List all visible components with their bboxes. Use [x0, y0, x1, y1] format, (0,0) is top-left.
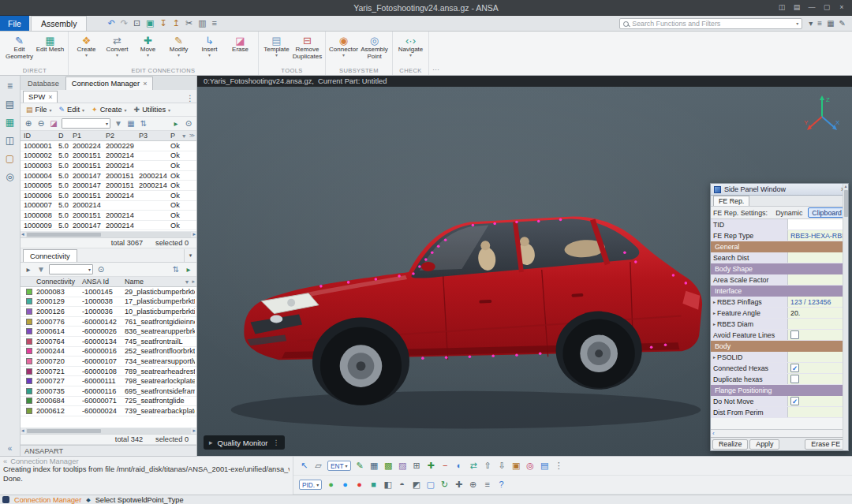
- field-value-search-dist[interactable]: [787, 252, 843, 263]
- connection-row[interactable]: 10000025.020001512000214Ok: [21, 151, 196, 162]
- tab-spw[interactable]: SPW ×: [23, 91, 58, 103]
- swap-icon[interactable]: ⇄: [469, 461, 479, 470]
- more-columns-icon[interactable]: ≫: [189, 133, 195, 139]
- expand-icon[interactable]: ▸: [713, 299, 716, 304]
- move-down-icon[interactable]: ⇩: [497, 461, 507, 470]
- menu-create[interactable]: ✦Create▾: [88, 106, 129, 114]
- connection-row[interactable]: 10000085.020001512000214Ok: [21, 211, 196, 221]
- expand-icon[interactable]: ▸: [192, 278, 195, 285]
- connection-row[interactable]: 10000095.020001472000214Ok: [21, 221, 196, 231]
- search-input[interactable]: [632, 20, 793, 28]
- checkbox-do-not-move[interactable]: ✓: [790, 397, 799, 405]
- column-header-p2[interactable]: P2: [104, 132, 137, 140]
- layers-icon[interactable]: ▤: [540, 461, 550, 470]
- erase-icon[interactable]: ◪: [49, 120, 58, 128]
- column-header-id[interactable]: ID: [22, 132, 57, 140]
- field-value-avoid-feature-lines[interactable]: [787, 330, 843, 340]
- tab-assembly[interactable]: Assembly: [31, 16, 88, 31]
- checkbox-connected-hexas[interactable]: ✓: [790, 364, 799, 372]
- zoom-out-icon[interactable]: ⊖: [36, 120, 46, 128]
- ribbon-button-template[interactable]: ▤Template▾: [261, 32, 292, 66]
- connectivity-row[interactable]: 2000083-100014529_plasticbumperbrktcen.: [21, 287, 196, 297]
- move-up-icon[interactable]: ⇧: [483, 461, 493, 470]
- scroll-thumb[interactable]: [27, 429, 101, 433]
- scroll-left-icon[interactable]: ◂: [21, 427, 24, 434]
- scroll-right-icon[interactable]: ▸: [192, 231, 196, 237]
- sort-icon[interactable]: ⇅: [139, 120, 148, 128]
- mode-clipboard[interactable]: Clipboard: [808, 207, 846, 218]
- cut-icon[interactable]: ✂: [185, 19, 192, 28]
- connectivity-row[interactable]: 2000721-60000108789_seatrearheadrestbrkt: [21, 367, 196, 377]
- menu-utilities[interactable]: ✚Utilities▾: [131, 106, 174, 114]
- column-header-name[interactable]: Name: [123, 278, 182, 286]
- connectivity-row[interactable]: 2000126-100003610_plasticbumperbrktinn: [21, 307, 196, 317]
- pan-view-icon[interactable]: ✚: [454, 480, 464, 489]
- view-left-icon[interactable]: ◧: [383, 480, 393, 489]
- connectivity-row[interactable]: 2000764-60000134745_seatfrontrailL: [21, 337, 196, 347]
- undo-icon[interactable]: ↶: [107, 19, 114, 28]
- apply-button[interactable]: Apply: [749, 439, 779, 450]
- connection-row[interactable]: 10000055.0200014720001512000214Ok: [21, 181, 196, 191]
- field-value-duplicate-hexas[interactable]: [787, 374, 843, 384]
- connectivity-row[interactable]: 2000684-60000071725_seatfrontglide: [21, 397, 196, 407]
- run-icon[interactable]: ▸: [171, 120, 181, 128]
- display-icon[interactable]: ◫: [778, 4, 786, 11]
- car-model-3d[interactable]: [204, 104, 716, 440]
- field-value-connected-hexas[interactable]: ✓: [787, 363, 843, 373]
- panel-tab-connection-manager[interactable]: Connection Manager×: [65, 77, 154, 90]
- red-mode-icon[interactable]: ●: [354, 480, 364, 489]
- subtract-entities-icon[interactable]: −: [440, 461, 450, 470]
- database-browser-icon[interactable]: ▤: [6, 99, 14, 109]
- tab-file[interactable]: File: [0, 16, 29, 31]
- checkbox-avoid-feature-lines[interactable]: [790, 330, 799, 339]
- connectivity-row[interactable]: 2000776-60000142761_seatfrontgidieinnerR: [21, 317, 196, 327]
- function-search[interactable]: ▾: [619, 18, 802, 29]
- filter-icon[interactable]: ▼: [36, 266, 46, 274]
- connection-row[interactable]: 10000065.020001512000214Ok: [21, 191, 196, 201]
- tab-connectivity[interactable]: Connectivity: [23, 249, 77, 262]
- connection-type-select[interactable]: ▾: [62, 118, 110, 129]
- menu-file[interactable]: ▤File▾: [23, 106, 55, 114]
- connectivity-row[interactable]: 2000727-60000111798_seatrearlockplate2: [21, 376, 196, 386]
- ribbon-button-edit-geometry[interactable]: ✎Edit Geometry: [4, 32, 35, 66]
- field-value-fe-rep-type[interactable]: RBE3-HEXA-RBE3▾: [787, 230, 843, 241]
- viewport-canvas[interactable]: Z Y X ▸ Quality Monitor ⋮: [197, 87, 852, 456]
- scroll-thumb[interactable]: [844, 190, 848, 217]
- connectivity-row[interactable]: 2000129-100003817_plasticbumperbrktR: [21, 297, 196, 308]
- scroll-thumb[interactable]: [27, 233, 101, 237]
- rotate-view-icon[interactable]: ↻: [439, 480, 450, 489]
- select-cursor-icon[interactable]: ↖: [299, 461, 309, 470]
- ribbon-button-navigate[interactable]: ‹·›Navigate▾: [395, 32, 426, 66]
- connection-row[interactable]: 10000035.020001512000214Ok: [21, 161, 196, 171]
- ribbon-overflow-icon[interactable]: ···: [429, 65, 444, 75]
- side-panel-window[interactable]: Side Panel Window × FE Rep. FE Rep. Sett…: [710, 183, 849, 451]
- lock-view-icon[interactable]: ▣: [511, 461, 521, 470]
- settings-icon[interactable]: ≡: [482, 480, 492, 489]
- field-value-dist-from-perim[interactable]: [787, 407, 843, 417]
- focus-icon[interactable]: ◎: [6, 172, 13, 181]
- ribbon-button-create[interactable]: ❖Create▾: [71, 32, 102, 66]
- panel-menu-icon[interactable]: ⋮: [186, 95, 194, 103]
- column-header-p[interactable]: P: [169, 132, 179, 140]
- side-panel-hscrollbar[interactable]: ‹ ›: [711, 429, 848, 437]
- layout-grid-icon[interactable]: ▦: [827, 20, 834, 28]
- realize-button[interactable]: Realize: [712, 439, 748, 450]
- ribbon-button-assembly-point[interactable]: ◎Assembly Point: [359, 32, 390, 66]
- shaded-icon[interactable]: ▩: [383, 461, 394, 470]
- column-header-d[interactable]: D: [57, 132, 71, 140]
- field-value-rbe3-pinflags[interactable]: 123 / 123456: [787, 297, 843, 307]
- column-header-p3[interactable]: P3: [137, 132, 169, 140]
- ribbon-button-modify[interactable]: ✎Modify▾: [163, 32, 194, 66]
- ribbon-button-move[interactable]: ✚Move▾: [133, 32, 163, 66]
- connection-row[interactable]: 10000015.020002242000229Ok: [21, 141, 196, 151]
- field-value-do-not-move[interactable]: ✓: [787, 396, 843, 406]
- teal-box-icon[interactable]: ■: [368, 480, 379, 489]
- expand-icon[interactable]: ▸: [713, 321, 716, 327]
- connectivity-hscrollbar[interactable]: ◂ ▸: [21, 427, 196, 435]
- column-header-p1[interactable]: P1: [71, 132, 104, 140]
- model-box-icon[interactable]: ▢: [6, 154, 14, 163]
- search-caret-icon[interactable]: ▾: [796, 21, 798, 26]
- zoom-in-icon[interactable]: ⊕: [24, 120, 33, 128]
- field-value-feature-angle[interactable]: 20.: [787, 308, 843, 318]
- grid-icon[interactable]: ▦: [126, 120, 136, 128]
